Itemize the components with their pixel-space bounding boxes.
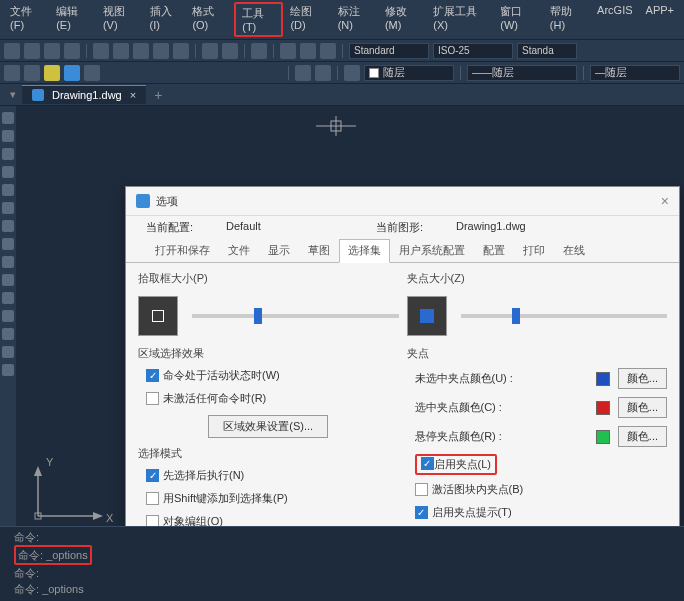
- dialog-close-icon[interactable]: ×: [661, 193, 669, 209]
- command-line[interactable]: 命令: 命令: _options 命令: 命令: _options: [0, 526, 684, 601]
- grip-tips[interactable]: ✓启用夹点提示(T): [407, 504, 668, 521]
- lineweight-select[interactable]: — 随层: [590, 65, 680, 81]
- grip-slider[interactable]: [461, 314, 668, 318]
- tool-icon[interactable]: [2, 130, 14, 142]
- tool-icon[interactable]: [2, 166, 14, 178]
- tool-icon[interactable]: [4, 65, 20, 81]
- tool-icon[interactable]: [64, 65, 80, 81]
- tool-icon[interactable]: [2, 346, 14, 358]
- menu-window[interactable]: 窗口(W): [494, 2, 543, 37]
- tool-icon[interactable]: [2, 328, 14, 340]
- menu-arcgis[interactable]: ArcGIS: [591, 2, 638, 37]
- pickbox-preview: [138, 296, 178, 336]
- selmode-title: 选择模式: [138, 446, 399, 461]
- tool-icon[interactable]: [24, 65, 40, 81]
- tool-icon[interactable]: [251, 43, 267, 59]
- enable-grips-highlight: ✓ 启用夹点(L): [415, 454, 497, 475]
- tool-icon[interactable]: [133, 43, 149, 59]
- tool-icon[interactable]: [295, 65, 311, 81]
- sm-noun-verb[interactable]: ✓先选择后执行(N): [138, 467, 399, 484]
- tool-icon[interactable]: [2, 184, 14, 196]
- tool-icon[interactable]: [44, 43, 60, 59]
- tab-pin-icon[interactable]: ▾: [4, 88, 22, 101]
- tool-icon[interactable]: [2, 310, 14, 322]
- tab-opensave[interactable]: 打开和保存: [146, 239, 219, 262]
- dwg-icon: [32, 89, 44, 101]
- tab-selection[interactable]: 选择集: [339, 239, 390, 263]
- style2-select[interactable]: Standa: [517, 43, 577, 59]
- grips-title: 夹点: [407, 346, 668, 361]
- region-inactive-row[interactable]: 未激活任何命令时(R): [138, 390, 399, 407]
- menu-draw[interactable]: 绘图(D): [284, 2, 330, 37]
- grip-block[interactable]: 激活图块内夹点(B): [407, 481, 668, 498]
- tab-add-icon[interactable]: +: [146, 87, 170, 103]
- tool-icon[interactable]: [2, 112, 14, 124]
- tool-icon[interactable]: [2, 364, 14, 376]
- tool-icon[interactable]: [93, 43, 109, 59]
- tool-icon[interactable]: [84, 65, 100, 81]
- tab-user[interactable]: 用户系统配置: [390, 239, 474, 262]
- dimstyle-select[interactable]: ISO-25: [433, 43, 513, 59]
- color-swatch: [596, 430, 610, 444]
- tab-file[interactable]: 文件: [219, 239, 259, 262]
- menu-view[interactable]: 视图(V): [97, 2, 143, 37]
- tool-icon[interactable]: [2, 202, 14, 214]
- tool-icon[interactable]: [64, 43, 80, 59]
- tab-sketch[interactable]: 草图: [299, 239, 339, 262]
- color-button[interactable]: 颜色...: [618, 368, 667, 389]
- color-button[interactable]: 颜色...: [618, 397, 667, 418]
- tab-profile[interactable]: 配置: [474, 239, 514, 262]
- linetype-select[interactable]: —— 随层: [467, 65, 577, 81]
- tab-close-icon[interactable]: ×: [130, 89, 136, 101]
- tool-icon[interactable]: [2, 292, 14, 304]
- style-select[interactable]: Standard: [349, 43, 429, 59]
- tool-icon[interactable]: [320, 43, 336, 59]
- color-button[interactable]: 颜色...: [618, 426, 667, 447]
- tab-print[interactable]: 打印: [514, 239, 554, 262]
- checkbox-icon[interactable]: ✓: [421, 457, 434, 470]
- menu-app[interactable]: APP+: [640, 2, 680, 37]
- tool-icon[interactable]: [344, 65, 360, 81]
- menu-format[interactable]: 格式(O): [186, 2, 233, 37]
- tool-icon[interactable]: [113, 43, 129, 59]
- region-active-row[interactable]: ✓命令处于活动状态时(W): [138, 367, 399, 384]
- menu-annotate[interactable]: 标注(N): [332, 2, 378, 37]
- checkbox-icon: [146, 492, 159, 505]
- menu-modify[interactable]: 修改(M): [379, 2, 426, 37]
- tool-icon[interactable]: [222, 43, 238, 59]
- separator: [288, 66, 289, 80]
- region-settings-button[interactable]: 区域效果设置(S)...: [208, 415, 328, 438]
- tool-icon[interactable]: [2, 274, 14, 286]
- tool-icon[interactable]: [2, 220, 14, 232]
- pickbox-slider[interactable]: [192, 314, 399, 318]
- menu-file[interactable]: 文件(F): [4, 2, 49, 37]
- document-tab[interactable]: Drawing1.dwg ×: [22, 85, 146, 104]
- tool-icon[interactable]: [280, 43, 296, 59]
- dialog-titlebar[interactable]: 选项 ×: [126, 187, 679, 216]
- tool-icon[interactable]: [202, 43, 218, 59]
- tool-icon[interactable]: [2, 148, 14, 160]
- tool-icon[interactable]: [315, 65, 331, 81]
- tool-icon[interactable]: [24, 43, 40, 59]
- tab-display[interactable]: 显示: [259, 239, 299, 262]
- menu-ext[interactable]: 扩展工具(X): [427, 2, 493, 37]
- tool-icon[interactable]: [4, 43, 20, 59]
- profile-label: 当前配置:: [146, 220, 226, 235]
- drawing-value: Drawing1.dwg: [456, 220, 606, 235]
- grip-sel-color: 选中夹点颜色(C) : 颜色...: [407, 396, 668, 419]
- tool-icon[interactable]: [300, 43, 316, 59]
- sm-shift[interactable]: 用Shift键添加到选择集(P): [138, 490, 399, 507]
- tool-icon[interactable]: [2, 256, 14, 268]
- tool-icon[interactable]: [44, 65, 60, 81]
- tool-icon[interactable]: [153, 43, 169, 59]
- menu-help[interactable]: 帮助(H): [544, 2, 590, 37]
- checkbox-icon: [415, 483, 428, 496]
- menu-tools[interactable]: 工具(T): [234, 2, 283, 37]
- menu-edit[interactable]: 编辑(E): [50, 2, 96, 37]
- menu-insert[interactable]: 插入(I): [144, 2, 186, 37]
- left-toolbar: [0, 106, 16, 566]
- tab-online[interactable]: 在线: [554, 239, 594, 262]
- color-select[interactable]: 随层: [364, 65, 454, 81]
- tool-icon[interactable]: [173, 43, 189, 59]
- tool-icon[interactable]: [2, 238, 14, 250]
